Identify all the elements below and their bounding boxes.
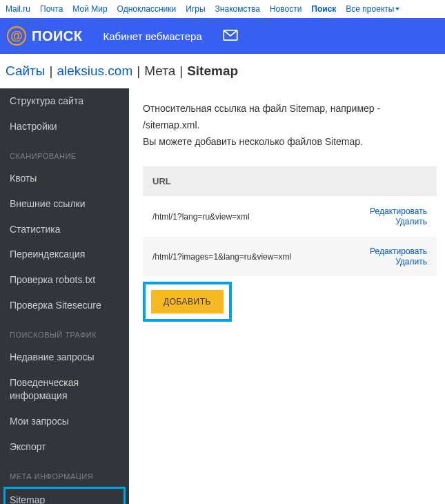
- table-row: /html/1?images=1&lang=ru&view=xml Редакт…: [143, 236, 437, 276]
- breadcrumb: Сайты | aleksius.com | Мета | Sitemap: [0, 54, 445, 88]
- table-row: /html/1?lang=ru&view=xml Редактировать У…: [143, 196, 437, 236]
- topnav-all-projects-label: Все проекты: [346, 4, 394, 14]
- content: Относительная ссылка на файл Sitemap, на…: [129, 88, 445, 504]
- sidebar-item-recent-queries[interactable]: Недавние запросы: [0, 345, 129, 370]
- sidebar-section-traffic: ПОИСКОВЫЙ ТРАФИК: [0, 318, 129, 345]
- sidebar-item-robots[interactable]: Проверка robots.txt: [0, 267, 129, 293]
- sidebar-item-quotas[interactable]: Квоты: [0, 166, 129, 191]
- sidebar-item-structure[interactable]: Структура сайта: [0, 88, 129, 114]
- sidebar-item-sitesecure[interactable]: Проверка Sitesecure: [0, 293, 129, 318]
- topnav-moimir[interactable]: Мой Мир: [72, 4, 107, 14]
- intro-text: Относительная ссылка на файл Sitemap, на…: [143, 101, 437, 150]
- sidebar-section-meta: МЕТА ИНФОРМАЦИЯ: [0, 460, 129, 486]
- delete-link[interactable]: Удалить: [395, 257, 427, 266]
- breadcrumb-sites[interactable]: Сайты: [6, 64, 45, 79]
- row-url: /html/1?lang=ru&view=xml: [152, 212, 250, 222]
- topnav-igry[interactable]: Игры: [186, 4, 205, 14]
- main-area: Структура сайта Настройки СКАНИРОВАНИЕ К…: [0, 88, 445, 504]
- row-actions: Редактировать Удалить: [370, 206, 427, 226]
- header-bar: ПОИСК Кабинет вебмастера: [0, 18, 445, 54]
- sidebar-item-settings[interactable]: Настройки: [0, 114, 129, 139]
- mail-icon[interactable]: [223, 30, 238, 43]
- breadcrumb-current: Sitemap: [187, 64, 238, 79]
- sidebar-item-export[interactable]: Экспорт: [0, 434, 129, 460]
- sidebar-item-sitemap[interactable]: Sitemap: [4, 487, 125, 504]
- topnav-all-projects[interactable]: Все проекты: [346, 4, 399, 14]
- sidebar-item-reindex[interactable]: Переиндексация: [0, 242, 129, 267]
- add-button[interactable]: ДОБАВИТЬ: [151, 290, 224, 313]
- add-button-highlight: ДОБАВИТЬ: [143, 282, 232, 322]
- topnav-odnoklassniki[interactable]: Одноклассники: [117, 4, 177, 14]
- topnav-poisk[interactable]: Поиск: [311, 4, 336, 14]
- delete-link[interactable]: Удалить: [395, 217, 427, 226]
- intro-line1: Относительная ссылка на файл Sitemap, на…: [143, 101, 437, 134]
- breadcrumb-meta: Мета: [144, 64, 175, 79]
- row-url: /html/1?images=1&lang=ru&view=xml: [152, 252, 291, 262]
- breadcrumb-sep: |: [49, 64, 52, 79]
- topnav-novosti[interactable]: Новости: [270, 4, 301, 14]
- at-sign-icon: [7, 26, 26, 46]
- row-actions: Редактировать Удалить: [370, 246, 427, 266]
- sidebar-item-my-queries[interactable]: Мои запросы: [0, 409, 129, 434]
- edit-link[interactable]: Редактировать: [370, 246, 427, 256]
- breadcrumb-domain[interactable]: aleksius.com: [57, 64, 132, 79]
- sidebar-item-behavioral[interactable]: Поведенческая информация: [0, 370, 129, 409]
- edit-link[interactable]: Редактировать: [370, 206, 427, 216]
- breadcrumb-sep: |: [179, 64, 183, 79]
- sidebar: Структура сайта Настройки СКАНИРОВАНИЕ К…: [0, 88, 129, 504]
- topnav-znakomstva[interactable]: Знакомства: [215, 4, 260, 14]
- sidebar-item-statistics[interactable]: Статистика: [0, 217, 129, 242]
- topnav-mailru[interactable]: Mail.ru: [6, 4, 30, 14]
- sidebar-section-scan: СКАНИРОВАНИЕ: [0, 139, 129, 166]
- intro-line2: Вы можете добавить несколько файлов Site…: [143, 134, 437, 151]
- topnav-pochta[interactable]: Почта: [40, 4, 63, 14]
- logo[interactable]: ПОИСК: [7, 26, 82, 46]
- chevron-down-icon: [395, 8, 399, 10]
- table-header-url: URL: [143, 166, 437, 196]
- cabinet-label: Кабинет вебмастера: [103, 30, 201, 42]
- sidebar-item-external-links[interactable]: Внешние ссылки: [0, 191, 129, 217]
- breadcrumb-sep: |: [137, 64, 140, 79]
- top-nav: Mail.ru Почта Мой Мир Одноклассники Игры…: [0, 0, 445, 18]
- logo-text: ПОИСК: [32, 28, 82, 44]
